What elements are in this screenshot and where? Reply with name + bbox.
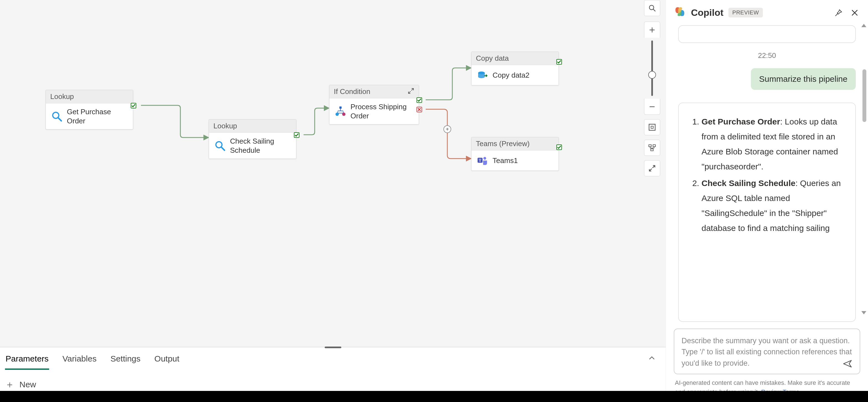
tab-parameters[interactable]: Parameters [5,351,49,370]
tab-variables[interactable]: Variables [62,351,97,370]
pin-button[interactable] [833,7,844,18]
copy-data-icon [476,69,489,81]
activity-type-label: Teams (Preview) [471,137,559,150]
copilot-chat-area[interactable]: 22:50 Summarize this pipeline Get Purcha… [666,25,868,322]
activity-teams[interactable]: Teams (Preview) T Teams1 [471,137,559,171]
new-label: New [20,380,36,389]
copilot-title: Copilot [691,7,723,18]
pipeline-canvas[interactable]: Lookup Get Purchase Order Lookup [0,0,666,347]
user-message: Summarize this pipeline [751,68,856,90]
output-port-success[interactable] [556,59,562,65]
output-port-true[interactable] [416,97,422,103]
plus-icon: ＋ [5,378,14,391]
pipeline-designer: Lookup Get Purchase Order Lookup [0,0,666,402]
copilot-input-area: Describe the summary you want or ask a q… [666,322,868,377]
fit-to-screen-button[interactable] [644,119,660,135]
svg-rect-4 [339,106,342,109]
activity-name: Check Sailing Schedule [230,137,274,155]
svg-rect-16 [653,145,655,147]
expand-icon[interactable] [408,88,414,96]
preview-badge: PREVIEW [728,8,763,18]
output-port-success[interactable] [131,103,136,108]
lookup-icon [51,110,63,123]
copilot-panel: Copilot PREVIEW 22:50 Summarize this pip… [666,0,868,402]
panel-resize-handle[interactable] [325,346,341,348]
close-button[interactable] [849,7,860,18]
output-port-success[interactable] [294,132,300,138]
properties-tabs: Parameters Variables Settings Output [5,351,661,370]
scroll-down-arrow[interactable] [861,311,866,314]
copilot-logo-icon [674,5,686,20]
activity-copy-data[interactable]: Copy data Copy data2 [471,52,559,86]
svg-point-10 [484,157,486,160]
activity-lookup-get-purchase-order[interactable]: Lookup Get Purchase Order [45,90,133,130]
svg-line-1 [58,118,61,121]
activity-lookup-check-sailing[interactable]: Lookup Check Sailing Schedule [209,119,297,159]
activity-type-label: If Condition [330,85,419,98]
activity-type-label: Lookup [209,120,296,133]
zoom-out-button[interactable] [644,99,660,115]
tab-settings[interactable]: Settings [110,351,141,370]
collapse-panel-button[interactable] [648,354,656,364]
auto-layout-button[interactable] [644,140,660,156]
svg-rect-13 [649,124,655,130]
zoom-slider-thumb[interactable] [648,71,656,79]
svg-point-5 [336,112,339,116]
zoom-in-button[interactable] [644,22,660,38]
copilot-input[interactable]: Describe the summary you want or ask a q… [674,329,860,374]
window-bottom-strip [0,391,868,402]
svg-rect-15 [649,145,651,147]
output-port-false[interactable] [416,107,422,112]
if-condition-icon [334,105,347,118]
fullscreen-button[interactable] [644,160,660,176]
chat-scrollbar[interactable] [863,25,866,313]
svg-line-3 [221,147,224,150]
activity-name: Process Shipping Order [350,102,406,120]
assistant-list-item: Check Sailing Schedule: Queries an Azure… [702,176,845,236]
add-branch-button[interactable]: + [443,125,451,133]
search-button[interactable] [644,0,660,16]
assistant-list-item: Get Purchase Order: Looks up data from a… [702,114,845,174]
copilot-input-placeholder: Describe the summary you want or ask a q… [682,335,852,369]
svg-rect-17 [651,149,653,151]
send-button[interactable] [841,358,854,370]
canvas-toolbox [644,0,660,176]
svg-text:T: T [479,158,482,163]
svg-rect-14 [651,126,653,128]
new-parameter-button[interactable]: ＋ New [5,378,36,391]
assistant-message: Get Purchase Order: Looks up data from a… [678,103,856,322]
teams-icon: T [476,155,489,167]
tab-output[interactable]: Output [154,351,180,370]
copilot-header: Copilot PREVIEW [666,0,868,25]
activity-name: Get Purchase Order [67,107,128,125]
scroll-thumb[interactable] [863,69,866,122]
activity-type-label: Lookup [46,90,133,103]
item-title: Get Purchase Order [702,117,780,126]
activity-if-condition[interactable]: If Condition Proce [329,85,419,125]
output-port-success[interactable] [556,144,562,150]
svg-point-6 [342,112,345,116]
activity-name: Teams1 [493,156,518,165]
activity-type-text: If Condition [334,87,370,96]
svg-line-12 [653,9,655,11]
activity-name: Copy data2 [493,71,529,80]
item-title: Check Sailing Schedule [702,178,795,188]
scroll-up-arrow[interactable] [861,24,866,27]
previous-message-card[interactable] [678,25,856,43]
connectors [0,0,666,347]
activity-type-label: Copy data [471,52,559,65]
lookup-icon [214,140,226,152]
chat-timestamp: 22:50 [678,51,856,60]
zoom-slider[interactable] [651,40,653,96]
